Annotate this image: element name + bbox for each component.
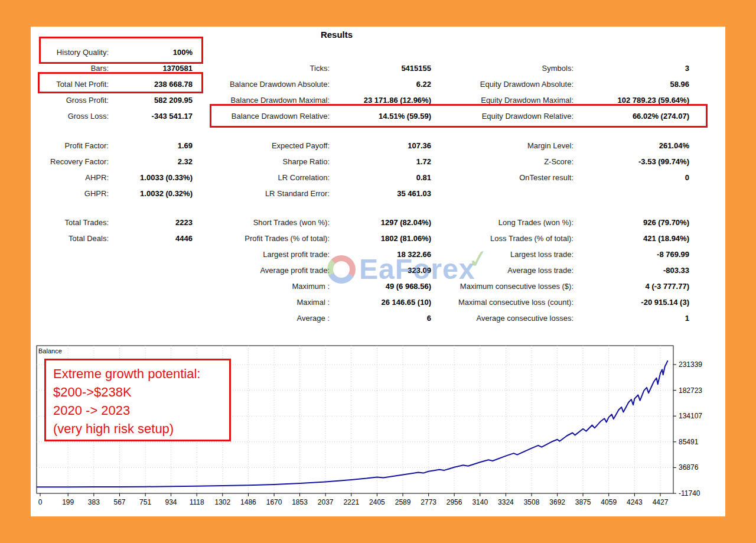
stat-label: Margin Level: <box>449 141 573 150</box>
x-tick-label: 751 <box>139 498 151 506</box>
x-tick-label: 2221 <box>343 498 359 506</box>
stat-label: Gross Loss: <box>41 112 109 121</box>
stat-row: Sharpe Ratio:1.72 <box>213 154 431 170</box>
stat-row <box>449 44 689 60</box>
stat-value: 100% <box>109 48 193 57</box>
x-tick-label: 2589 <box>395 498 411 506</box>
stat-label: Maximum : <box>213 282 330 291</box>
stat-value: -3.53 (99.74%) <box>573 157 689 166</box>
stat-value: 58.96 <box>573 80 689 89</box>
balance-chart: 0199383567751934111813021486167018532037… <box>31 342 725 516</box>
stat-row: Average profit trade:323.09 <box>213 262 431 278</box>
stat-row: Average loss trade:-803.33 <box>449 262 689 278</box>
stat-label: History Quality: <box>41 48 109 57</box>
stat-row: Profit Trades (% of total):1802 (81.06%) <box>213 230 431 246</box>
stat-label: Expected Payoff: <box>213 141 330 150</box>
stat-value: 582 209.95 <box>109 96 193 105</box>
stats-s1-c1: History Quality:100%Bars:1370581Total Ne… <box>41 44 193 124</box>
stat-value: 1 <box>573 314 689 323</box>
x-tick-label: 934 <box>165 498 177 506</box>
stat-value: -20 915.14 (3) <box>573 298 689 307</box>
stats-s1-c2: Ticks:5415155Balance Drawdown Absolute:6… <box>213 44 431 124</box>
stat-label: Average loss trade: <box>449 266 573 275</box>
stats-s1-c3: Symbols:3Equity Drawdown Absolute:58.96E… <box>449 44 689 124</box>
stat-label: AHPR: <box>41 173 109 182</box>
y-tick-label: 231339 <box>679 360 702 369</box>
y-tick-label: 36876 <box>679 463 699 472</box>
stat-value: 5415155 <box>330 64 431 73</box>
x-tick-label: 3508 <box>524 498 540 506</box>
stat-row: LR Correlation:0.81 <box>213 170 431 186</box>
page-title: Results <box>31 30 643 40</box>
x-tick-label: 3692 <box>549 498 565 506</box>
stat-row: AHPR:1.0033 (0.33%) <box>41 170 193 186</box>
stat-value: 35 461.03 <box>330 189 431 198</box>
stat-label: Average profit trade: <box>213 266 330 275</box>
annotation-line: 2020 -> 2023 <box>53 401 229 420</box>
chart-title: Balance <box>38 347 62 355</box>
stat-value: 2223 <box>109 218 193 227</box>
stat-value: 14.51% (59.59) <box>330 112 431 121</box>
stat-row: Bars:1370581 <box>41 60 193 76</box>
y-tick-label: 182723 <box>679 386 702 395</box>
stat-row: Balance Drawdown Maximal:23 171.86 (12.9… <box>213 92 431 108</box>
stat-value: 1370581 <box>109 64 193 73</box>
stat-value: 18 322.66 <box>330 250 431 259</box>
stat-row: Balance Drawdown Relative:14.51% (59.59) <box>213 108 431 124</box>
stat-label: Z-Score: <box>449 157 573 166</box>
y-tick-label: 85491 <box>679 438 699 446</box>
stat-label: Average consecutive losses: <box>449 314 573 323</box>
stat-row: Maximal consecutive loss (count):-20 915… <box>449 294 689 310</box>
x-tick-label: 1118 <box>190 498 204 506</box>
stat-value: 1.0033 (0.33%) <box>109 173 193 182</box>
stat-row: Long Trades (won %):926 (79.70%) <box>449 214 689 230</box>
stat-row <box>41 310 193 326</box>
stat-row: OnTester result:0 <box>449 170 689 186</box>
stat-row: Symbols:3 <box>449 60 689 76</box>
stat-value: 1802 (81.06%) <box>330 234 431 243</box>
stat-value: 1297 (82.04%) <box>330 218 431 227</box>
stat-row: Equity Drawdown Maximal:102 789.23 (59.6… <box>449 92 689 108</box>
stat-value: 102 789.23 (59.64%) <box>573 96 689 105</box>
stat-value: 261.04% <box>573 141 689 150</box>
stat-row: Equity Drawdown Relative:66.02% (274.07) <box>449 108 689 124</box>
stat-row: GHPR:1.0032 (0.32%) <box>41 186 193 201</box>
stat-label: Short Trades (won %): <box>213 218 330 227</box>
stat-label: Equity Drawdown Maximal: <box>449 96 573 105</box>
stat-row: Total Net Profit:238 668.78 <box>41 76 193 92</box>
backtest-report-page: Results History Quality:100%Bars:1370581… <box>0 0 756 543</box>
stat-label: Total Net Profit: <box>41 80 109 89</box>
stat-label: Total Trades: <box>41 218 109 227</box>
x-tick-label: 1670 <box>266 498 282 506</box>
stat-label: Loss Trades (% of total): <box>449 234 573 243</box>
stat-label: Balance Drawdown Absolute: <box>213 80 330 89</box>
stat-label: Equity Drawdown Relative: <box>449 112 573 121</box>
chart-annotation-box: Extreme growth potential:$200->$238K2020… <box>44 359 231 441</box>
stat-label: Balance Drawdown Maximal: <box>213 96 330 105</box>
x-tick-label: 1486 <box>240 498 256 506</box>
stat-label: Maximum consecutive losses ($): <box>449 282 573 291</box>
stat-label: Largest profit trade: <box>213 250 330 259</box>
stat-row <box>41 246 193 262</box>
stat-label: GHPR: <box>41 189 109 198</box>
stat-row: Profit Factor:1.69 <box>41 138 193 154</box>
stat-value: -803.33 <box>573 266 689 275</box>
stat-row: Largest profit trade:18 322.66 <box>213 246 431 262</box>
stat-label: Symbols: <box>449 64 573 73</box>
stat-label: LR Standard Error: <box>213 189 330 198</box>
x-tick-label: 1302 <box>214 498 230 506</box>
stats-s3-c1: Total Trades:2223Total Deals:4446 <box>41 214 193 326</box>
stats-s3-c2: Short Trades (won %):1297 (82.04%)Profit… <box>213 214 431 326</box>
stat-row: Maximal :26 146.65 (10) <box>213 294 431 310</box>
stat-label: Ticks: <box>213 64 330 73</box>
stat-value: 107.36 <box>330 141 431 150</box>
stat-row: Total Trades:2223 <box>41 214 193 230</box>
stat-row: LR Standard Error:35 461.03 <box>213 186 431 201</box>
y-tick-label: 134107 <box>679 412 702 420</box>
stats-s2-c1: Profit Factor:1.69Recovery Factor:2.32AH… <box>41 138 193 201</box>
stat-row: Expected Payoff:107.36 <box>213 138 431 154</box>
stat-value: 66.02% (274.07) <box>573 112 689 121</box>
annotation-line: Extreme growth potential: <box>53 365 229 383</box>
stat-value: 3 <box>573 64 689 73</box>
x-tick-label: 4427 <box>653 498 669 506</box>
